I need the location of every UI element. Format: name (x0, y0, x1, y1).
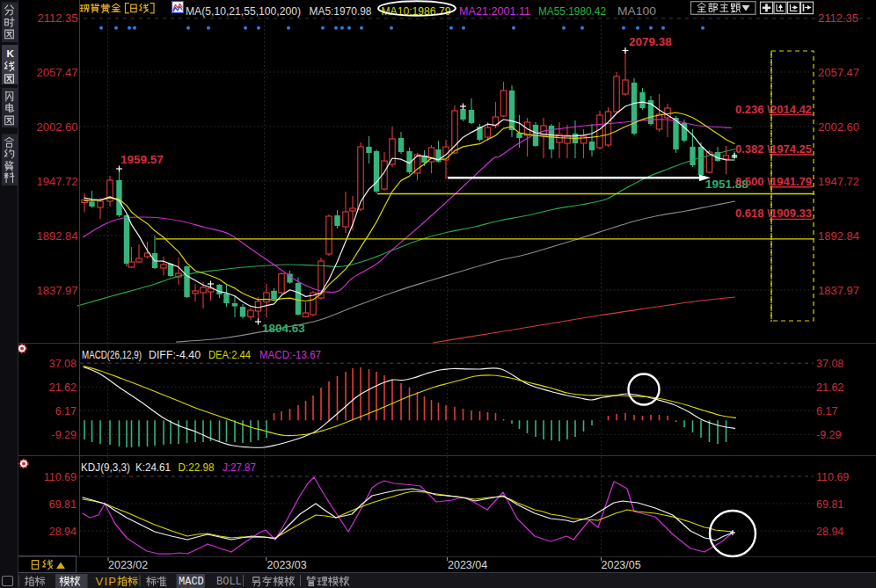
svg-text:MA5:1970.98: MA5:1970.98 (310, 5, 372, 18)
svg-text:2023/02: 2023/02 (108, 559, 148, 571)
svg-text:MACD: MACD (179, 576, 204, 588)
svg-text:2112.35: 2112.35 (818, 11, 858, 25)
svg-text:1947.72: 1947.72 (818, 175, 859, 188)
svg-text:1941.79: 1941.79 (770, 175, 812, 188)
svg-text:-9.29: -9.29 (52, 429, 77, 441)
svg-text:28.94: 28.94 (816, 526, 843, 538)
svg-text:1974.25: 1974.25 (770, 142, 812, 156)
svg-text:69.81: 69.81 (816, 498, 843, 511)
svg-text:MACD(26,12,9): MACD(26,12,9) (82, 349, 142, 361)
svg-text:2002.60: 2002.60 (818, 120, 859, 134)
svg-text:2023/04: 2023/04 (448, 559, 487, 571)
svg-text:MACD:-13.67: MACD:-13.67 (259, 349, 321, 361)
svg-text:1959.57: 1959.57 (120, 153, 164, 166)
svg-text:MA55:1980.42: MA55:1980.42 (538, 5, 606, 18)
svg-text:DIFF:-4.40: DIFF:-4.40 (149, 349, 201, 361)
svg-text:2002.60: 2002.60 (37, 120, 78, 134)
svg-text:6.17: 6.17 (816, 405, 837, 417)
svg-text:37.08: 37.08 (49, 358, 77, 370)
svg-text:0.382 \: 0.382 \ (735, 142, 770, 156)
svg-text:21.62: 21.62 (49, 381, 77, 394)
svg-text:BOLL: BOLL (216, 576, 242, 588)
svg-text:MA100: MA100 (617, 5, 656, 18)
svg-text:MA21:2001.11: MA21:2001.11 (459, 5, 530, 18)
svg-text:110.69: 110.69 (44, 471, 77, 483)
svg-text:2023/05: 2023/05 (602, 559, 641, 571)
svg-text:KDJ(9,3,3): KDJ(9,3,3) (81, 461, 130, 474)
svg-text:D:22.98: D:22.98 (179, 461, 215, 474)
svg-text:2014.42: 2014.42 (770, 103, 812, 116)
svg-text:2112.35: 2112.35 (37, 11, 77, 25)
svg-text:2057.47: 2057.47 (37, 66, 78, 79)
svg-text:MA(5,10,21,55,100,200): MA(5,10,21,55,100,200) (186, 5, 301, 18)
svg-text:1804.63: 1804.63 (262, 322, 305, 335)
svg-text:69.81: 69.81 (49, 498, 77, 511)
svg-text:2057.47: 2057.47 (818, 66, 859, 79)
svg-text:2023/03: 2023/03 (267, 559, 307, 571)
svg-text:0.500 \: 0.500 \ (735, 175, 770, 188)
svg-text:1892.84: 1892.84 (37, 229, 78, 243)
svg-text:1837.97: 1837.97 (818, 284, 859, 297)
svg-text:K: K (7, 48, 15, 59)
svg-text:J:27.87: J:27.87 (223, 461, 256, 474)
svg-text:K:24.61: K:24.61 (135, 461, 171, 474)
svg-text:1947.72: 1947.72 (37, 175, 78, 188)
svg-text:37.08: 37.08 (816, 358, 843, 370)
svg-text:1909.33: 1909.33 (770, 207, 812, 220)
svg-text:110.69: 110.69 (816, 471, 849, 483)
svg-text:2079.38: 2079.38 (629, 35, 672, 48)
svg-text:0.236 \: 0.236 \ (735, 103, 770, 116)
svg-text:DEA:2.44: DEA:2.44 (208, 349, 251, 361)
svg-text:28.94: 28.94 (49, 526, 77, 538)
svg-text:21.62: 21.62 (816, 381, 843, 394)
svg-text:VIP: VIP (96, 575, 117, 588)
svg-text:-9.29: -9.29 (816, 429, 842, 441)
svg-text:1837.97: 1837.97 (37, 284, 78, 297)
svg-text:0.618 \: 0.618 \ (735, 207, 770, 220)
svg-text:6.17: 6.17 (55, 405, 77, 417)
svg-text:1892.84: 1892.84 (818, 229, 859, 243)
